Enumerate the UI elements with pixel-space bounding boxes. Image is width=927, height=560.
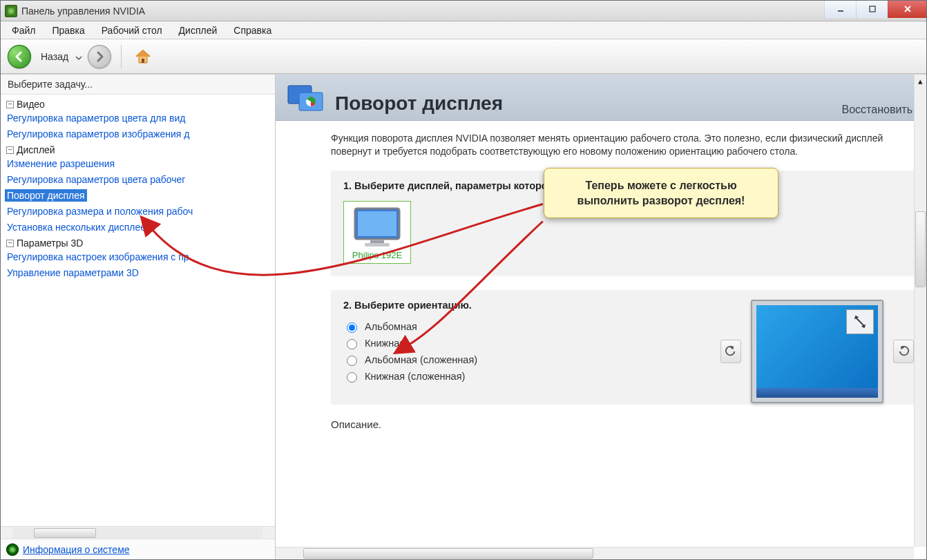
menu-desktop[interactable]: Рабочий стол xyxy=(93,21,171,39)
task-tree: − Видео Регулировка параметров цвета для… xyxy=(1,95,275,526)
window-title: Панель управления NVIDIA xyxy=(21,6,820,17)
restore-link[interactable]: Восстановить xyxy=(842,104,912,116)
maximize-button[interactable] xyxy=(856,0,888,18)
rotate-display-icon xyxy=(287,83,325,115)
description-label: Описание. xyxy=(331,418,919,430)
content-pane: Поворот дисплея Восстановить Функция пов… xyxy=(276,75,926,559)
collapse-icon[interactable]: − xyxy=(6,240,14,247)
tree-item[interactable]: Управление параметрами 3D xyxy=(5,267,141,279)
main-area: Выберите задачу... − Видео Регулировка п… xyxy=(1,74,926,559)
forward-button[interactable] xyxy=(88,45,111,68)
back-label: Назад xyxy=(41,51,68,62)
rotate-cw-button[interactable] xyxy=(893,340,914,363)
tree-item-selected[interactable]: Поворот дисплея xyxy=(5,189,87,202)
sidebar-hscrollbar[interactable] xyxy=(1,526,275,539)
content-hscrollbar[interactable] xyxy=(276,547,914,559)
sidebar-footer: Информация о системе xyxy=(1,539,275,559)
radio-label: Альбомная xyxy=(365,321,417,332)
radio-label: Книжная xyxy=(365,338,405,349)
page-title: Поворот дисплея xyxy=(335,93,503,115)
window-buttons xyxy=(824,1,926,21)
svg-rect-5 xyxy=(142,59,144,63)
radio-input[interactable] xyxy=(347,322,357,333)
content-header: Поворот дисплея Восстановить xyxy=(276,75,926,121)
menu-bar: Файл Правка Рабочий стол Дисплей Справка xyxy=(1,21,926,39)
app-icon xyxy=(5,5,17,17)
flip-icon xyxy=(846,309,874,334)
title-bar: Панель управления NVIDIA xyxy=(1,1,926,21)
tree-item[interactable]: Установка нескольких дисплеев xyxy=(5,221,153,233)
system-info-icon xyxy=(6,543,19,556)
back-button[interactable] xyxy=(8,45,31,68)
rotate-ccw-button[interactable] xyxy=(720,340,741,363)
menu-file[interactable]: Файл xyxy=(3,21,44,39)
back-history-dropdown[interactable] xyxy=(75,53,82,60)
svg-rect-11 xyxy=(370,240,384,243)
menu-help[interactable]: Справка xyxy=(225,21,280,39)
display-thumbnail[interactable]: Philips 192E xyxy=(343,201,411,264)
preview-monitor xyxy=(751,300,883,403)
menu-edit[interactable]: Правка xyxy=(44,21,93,39)
monitor-icon xyxy=(351,207,403,249)
system-info-link[interactable]: Информация о системе xyxy=(23,544,130,555)
minimize-button[interactable] xyxy=(824,0,856,18)
tree-group-video[interactable]: − Видео xyxy=(5,97,275,111)
tree-group-label: Видео xyxy=(17,99,45,110)
tree-item[interactable]: Регулировка параметров цвета для вид xyxy=(5,112,187,124)
scrollbar-thumb[interactable] xyxy=(303,548,593,559)
tree-group-label: Параметры 3D xyxy=(17,238,83,249)
preview-screen xyxy=(756,305,878,398)
tree-group-3d[interactable]: − Параметры 3D xyxy=(5,236,275,250)
radio-input[interactable] xyxy=(347,356,357,366)
annotation-callout: Теперь можете с легкостью выполнить разв… xyxy=(544,168,778,218)
tree-item[interactable]: Регулировка параметров изображения д xyxy=(5,128,191,140)
content-vscrollbar[interactable]: ▴ xyxy=(914,75,926,547)
tree-item[interactable]: Регулировка настроек изображения с пр xyxy=(5,251,191,263)
orientation-preview xyxy=(720,300,895,403)
close-button[interactable] xyxy=(888,0,926,18)
svg-rect-10 xyxy=(358,211,396,236)
scrollbar-thumb[interactable] xyxy=(34,528,96,538)
svg-rect-1 xyxy=(870,6,875,12)
tree-item[interactable]: Регулировка размера и положения рабоч xyxy=(5,205,195,218)
tree-item[interactable]: Регулировка параметров цвета рабочег xyxy=(5,173,187,186)
preview-taskbar xyxy=(756,388,878,398)
nav-toolbar: Назад xyxy=(1,39,926,74)
radio-input[interactable] xyxy=(347,339,357,349)
display-name: Philips 192E xyxy=(351,250,403,260)
radio-label: Альбомная (сложенная) xyxy=(365,354,477,365)
radio-label: Книжная (сложенная) xyxy=(365,371,465,382)
app-window: Панель управления NVIDIA Файл Правка Раб… xyxy=(0,0,927,560)
sidebar-title: Выберите задачу... xyxy=(1,75,275,95)
tree-item[interactable]: Изменение разрешения xyxy=(5,157,117,170)
toolbar-separator xyxy=(121,45,122,68)
task-sidebar: Выберите задачу... − Видео Регулировка п… xyxy=(1,75,276,559)
home-button[interactable] xyxy=(131,45,155,68)
scrollbar-thumb[interactable] xyxy=(915,211,926,287)
section-orientation: 2. Выберите ориентацию. Альбомная Книжна… xyxy=(331,290,919,405)
menu-display[interactable]: Дисплей xyxy=(171,21,226,39)
collapse-icon[interactable]: − xyxy=(6,101,14,108)
radio-input[interactable] xyxy=(347,372,357,383)
svg-rect-12 xyxy=(365,243,390,247)
scroll-up-icon[interactable]: ▴ xyxy=(915,75,926,87)
description-text: Функция поворота дисплея NVIDIA позволяе… xyxy=(331,132,911,158)
collapse-icon[interactable]: − xyxy=(6,146,14,154)
tree-group-label: Дисплей xyxy=(17,144,55,155)
tree-group-display[interactable]: − Дисплей xyxy=(5,143,275,157)
